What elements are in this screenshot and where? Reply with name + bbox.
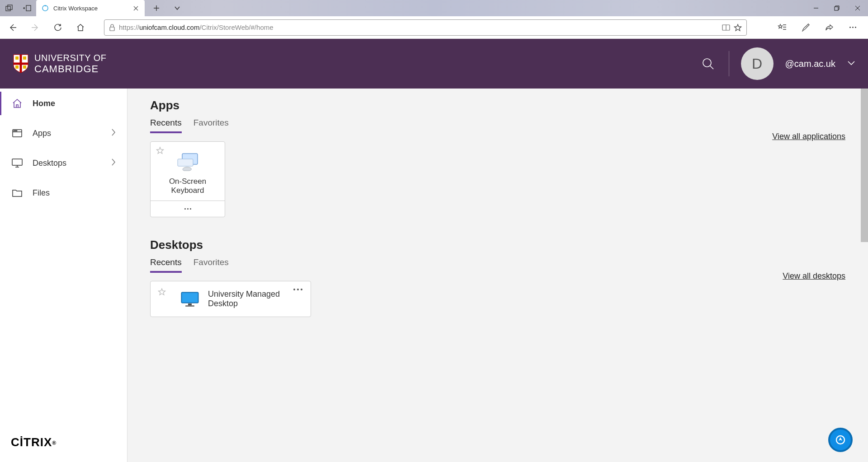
sidebar-item-label: Home <box>33 99 55 108</box>
user-email: @cam.ac.uk <box>785 59 835 69</box>
header-divider <box>729 51 729 76</box>
view-all-desktops-link[interactable]: View all desktops <box>783 271 845 281</box>
settings-more-button[interactable] <box>844 19 861 36</box>
browser-toolbar: https://uniofcam.cloud.com/Citrix/StoreW… <box>0 16 868 39</box>
svg-rect-2 <box>26 5 31 11</box>
desktops-icon <box>11 157 24 169</box>
org-logo: UNIVERSITY OF CAMBRIDGE <box>13 53 107 75</box>
app-name: On-Screen Keyboard <box>153 177 222 201</box>
apps-icon <box>11 127 24 140</box>
vertical-scrollbar[interactable] <box>861 89 868 242</box>
lock-icon <box>109 24 115 31</box>
app-header: UNIVERSITY OF CAMBRIDGE D @cam.ac.uk <box>0 39 868 89</box>
citrix-brand-logo: CİTRIX® <box>0 435 127 462</box>
sidebar-item-desktops[interactable]: Desktops <box>0 148 127 178</box>
tab-preview-button[interactable] <box>170 1 184 15</box>
svg-rect-8 <box>15 56 19 60</box>
on-screen-keyboard-icon <box>173 150 202 173</box>
url-text: https://uniofcam.cloud.com/Citrix/StoreW… <box>119 23 718 31</box>
chevron-right-icon <box>111 158 116 168</box>
svg-rect-1 <box>8 5 12 9</box>
desktops-section: Desktops Recents Favorites View all desk… <box>150 238 845 317</box>
svg-rect-19 <box>178 159 193 166</box>
home-icon <box>11 97 24 110</box>
svg-rect-5 <box>835 7 838 10</box>
desktop-card[interactable]: University Managed Desktop <box>150 281 311 317</box>
sidebar-item-files[interactable]: Files <box>0 178 127 208</box>
main-content: Apps Recents Favorites View all applicat… <box>127 89 868 462</box>
tab-recents[interactable]: Recents <box>150 118 182 133</box>
nav-home-button[interactable] <box>72 19 89 36</box>
browser-titlebar: Citrix Workspace <box>0 0 868 16</box>
desktop-monitor-icon <box>180 290 200 308</box>
nav-forward-button[interactable] <box>27 19 43 36</box>
chevron-right-icon <box>111 128 116 139</box>
window-minimize-button[interactable] <box>806 0 826 16</box>
app-card[interactable]: On-Screen Keyboard <box>150 141 225 217</box>
svg-point-4 <box>45 5 46 6</box>
svg-rect-9 <box>23 56 26 60</box>
share-icon[interactable] <box>821 19 837 36</box>
svg-point-12 <box>703 59 711 67</box>
sidebar-item-apps[interactable]: Apps <box>0 118 127 148</box>
svg-rect-23 <box>185 305 194 307</box>
svg-point-16 <box>16 131 17 131</box>
user-avatar[interactable]: D <box>741 47 774 80</box>
svg-point-14 <box>14 131 14 131</box>
svg-rect-11 <box>23 65 26 69</box>
apps-tabs: Recents Favorites <box>150 118 229 133</box>
scrollbar-thumb[interactable] <box>861 89 868 242</box>
files-icon <box>11 187 24 199</box>
app-card-menu[interactable] <box>151 201 225 217</box>
sidebar-item-label: Apps <box>33 129 51 138</box>
compass-icon <box>835 434 846 445</box>
svg-rect-17 <box>12 159 22 165</box>
apps-section-title: Apps <box>150 98 845 112</box>
tab-favorites[interactable]: Favorites <box>193 118 229 133</box>
desktops-section-title: Desktops <box>150 238 845 252</box>
desktop-name: University Managed Desktop <box>208 289 302 308</box>
notes-icon[interactable] <box>797 19 814 36</box>
favorite-toggle-icon[interactable] <box>156 146 164 156</box>
sidebar-item-label: Files <box>33 188 50 198</box>
new-tab-button[interactable] <box>149 1 164 15</box>
set-aside-tabs-icon[interactable] <box>20 1 34 15</box>
window-maximize-button[interactable] <box>826 0 847 16</box>
search-button[interactable] <box>699 55 717 73</box>
favorite-star-icon[interactable] <box>734 23 742 32</box>
apps-section: Apps Recents Favorites View all applicat… <box>150 98 845 217</box>
org-name: UNIVERSITY OF CAMBRIDGE <box>34 53 107 75</box>
window-close-button[interactable] <box>847 0 868 16</box>
activity-manager-fab[interactable] <box>828 428 853 452</box>
desktop-card-menu[interactable] <box>293 289 302 290</box>
nav-back-button[interactable] <box>5 19 21 36</box>
sidebar-item-home[interactable]: Home <box>0 89 127 118</box>
sidebar-item-label: Desktops <box>33 159 66 168</box>
tab-favorites[interactable]: Favorites <box>193 257 229 273</box>
citrix-favicon-icon <box>42 5 49 12</box>
svg-rect-10 <box>15 65 19 69</box>
svg-point-15 <box>15 131 15 131</box>
browser-tab[interactable]: Citrix Workspace <box>36 0 145 16</box>
svg-rect-6 <box>110 27 114 31</box>
svg-rect-21 <box>182 293 198 302</box>
tab-close-button[interactable] <box>132 5 139 12</box>
tab-actions-icon[interactable] <box>2 1 16 15</box>
search-icon <box>701 57 715 70</box>
favorite-toggle-icon[interactable] <box>158 288 166 298</box>
view-all-apps-link[interactable]: View all applications <box>772 132 845 141</box>
address-bar[interactable]: https://uniofcam.cloud.com/Citrix/StoreW… <box>104 19 747 36</box>
reading-view-icon[interactable] <box>722 24 730 31</box>
cambridge-shield-icon <box>13 54 29 74</box>
svg-rect-0 <box>6 6 10 11</box>
tab-title: Citrix Workspace <box>53 5 127 12</box>
nav-refresh-button[interactable] <box>50 19 66 36</box>
user-menu-chevron[interactable] <box>847 60 855 68</box>
sidebar: Home Apps Desktops Files <box>0 89 127 462</box>
favorites-list-icon[interactable] <box>774 19 790 36</box>
avatar-letter: D <box>752 56 762 72</box>
svg-rect-22 <box>188 303 192 305</box>
tab-recents[interactable]: Recents <box>150 257 182 273</box>
desktops-tabs: Recents Favorites <box>150 257 229 273</box>
